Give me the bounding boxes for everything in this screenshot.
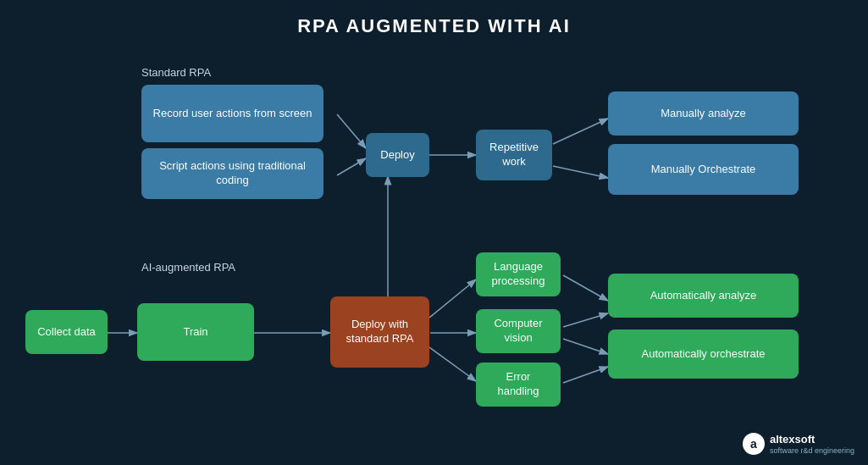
- brand-tagline: software r&d engineering: [770, 446, 854, 455]
- standard-rpa-label: Standard RPA: [141, 66, 211, 79]
- svg-line-6: [553, 166, 608, 178]
- manually-orchestrate-node: Manually Orchestrate: [608, 144, 799, 195]
- error-handling-node: Error handling: [476, 363, 561, 407]
- brand-name: altexsoft: [770, 433, 854, 446]
- svg-line-11: [429, 347, 476, 381]
- deploy-standard-node: Deploy with standard RPA: [330, 296, 429, 368]
- collect-data-node: Collect data: [25, 310, 108, 354]
- language-node: Language processing: [476, 252, 561, 296]
- repetitive-work-node: Repetitive work: [476, 130, 552, 180]
- deploy-node: Deploy: [366, 133, 429, 177]
- svg-line-13: [563, 313, 608, 327]
- manually-analyze-node: Manually analyze: [608, 91, 799, 136]
- svg-line-5: [553, 119, 608, 144]
- brand: a altexsoft software r&d engineering: [743, 433, 854, 455]
- auto-analyze-node: Automatically analyze: [608, 274, 799, 318]
- main-title: RPA AUGMENTED WITH AI: [0, 0, 868, 37]
- ai-rpa-label: AI-augmented RPA: [141, 261, 235, 274]
- train-node: Train: [137, 303, 254, 361]
- brand-icon: a: [743, 433, 765, 455]
- svg-line-2: [337, 114, 366, 148]
- record-node: Record user actions from screen: [141, 85, 323, 142]
- svg-line-9: [429, 280, 476, 318]
- svg-line-12: [563, 275, 608, 301]
- script-node: Script actions using traditional coding: [141, 148, 323, 199]
- svg-line-14: [563, 339, 608, 354]
- computer-vision-node: Computer vision: [476, 309, 561, 353]
- auto-orchestrate-node: Automatically orchestrate: [608, 329, 799, 379]
- svg-line-3: [337, 158, 366, 175]
- svg-line-15: [563, 367, 608, 383]
